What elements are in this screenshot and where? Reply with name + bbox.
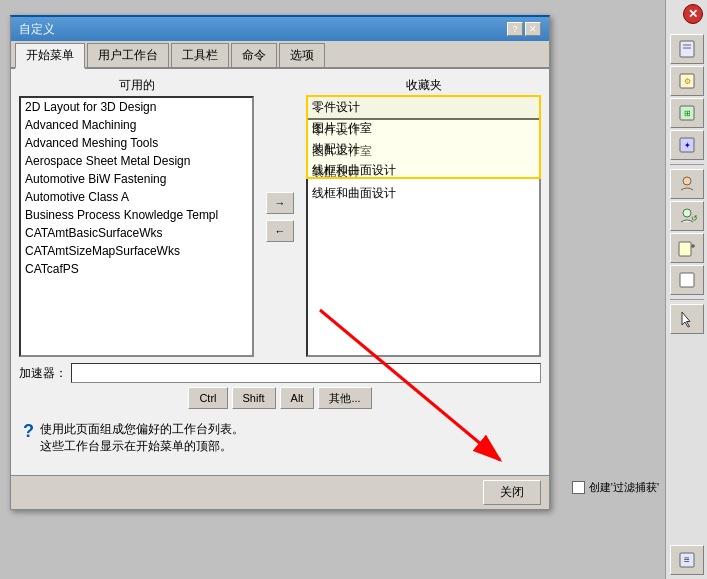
list-item[interactable]: CATAmtBasicSurfaceWks [21,224,252,242]
toolbar-btn-bottom1[interactable]: ≡ [670,545,704,575]
info-icon: ? [23,421,34,442]
info-section: ? 使用此页面组成您偏好的工作台列表。 这些工作台显示在开始菜单的顶部。 [19,417,541,459]
available-list[interactable]: 2D Layout for 3D Design Advanced Machini… [19,96,254,357]
toolbar-btn-1[interactable] [670,34,704,64]
toolbar-btn-4[interactable]: ✦ [670,130,704,160]
ctrl-btn[interactable]: Ctrl [188,387,227,409]
svg-rect-12 [679,242,691,256]
dialog-titlebar: 自定义 ? ✕ [11,17,549,41]
list-item[interactable]: CATcafPS [21,260,252,278]
tab-start-menu[interactable]: 开始菜单 [15,43,85,69]
other-btn[interactable]: 其他... [318,387,371,409]
alt-btn[interactable]: Alt [280,387,315,409]
svg-text:✦: ✦ [683,141,690,150]
tab-options[interactable]: 选项 [279,43,325,67]
svg-point-10 [683,209,691,217]
info-line-2: 这些工作台显示在开始菜单的顶部。 [40,438,244,455]
highlight-item-1[interactable]: 零件设计 [308,97,539,118]
toolbar-btn-6[interactable]: ↺ [670,201,704,231]
svg-text:⊞: ⊞ [683,109,690,118]
dialog-help-btn[interactable]: ? [507,22,523,36]
close-button[interactable]: 关闭 [483,480,541,505]
svg-text:↺: ↺ [691,214,697,223]
transfer-buttons: → ← [262,77,298,357]
toolbar-btn-5[interactable] [670,169,704,199]
favorites-panel-header: 收藏夹 [306,77,541,94]
dialog-title: 自定义 [19,21,55,38]
toolbar-btn-8[interactable] [670,265,704,295]
dialog-close-btn[interactable]: ✕ [525,22,541,36]
svg-rect-0 [680,41,694,57]
svg-text:≡: ≡ [684,554,690,565]
toolbar-btn-3[interactable]: ⊞ [670,98,704,128]
highlight-item-2[interactable]: 图片工作室 [308,118,539,139]
available-panel: 可用的 2D Layout for 3D Design Advanced Mac… [19,77,254,357]
list-item[interactable]: Business Process Knowledge Templ [21,206,252,224]
shift-btn[interactable]: Shift [232,387,276,409]
list-item[interactable]: Automotive Class A [21,188,252,206]
dialog-tabs: 开始菜单 用户工作台 工具栏 命令 选项 [11,41,549,69]
tab-toolbar[interactable]: 工具栏 [171,43,229,67]
title-buttons: ? ✕ [507,22,541,36]
filter-label: 创建'过滤捕获' [589,480,659,495]
toolbar-btn-2[interactable]: ⚙ [670,66,704,96]
svg-rect-15 [680,273,694,287]
accelerator-row: 加速器： [19,363,541,383]
toolbar-divider-2 [670,299,704,300]
favorites-panel: 收藏夹 零件设计 图片工作室 装配设计 线框和曲面设计 零件设计 图片工作室 装… [306,77,541,357]
toolbar-divider-1 [670,164,704,165]
toolbar-btn-cursor[interactable] [670,304,704,334]
info-text: 使用此页面组成您偏好的工作台列表。 这些工作台显示在开始菜单的顶部。 [40,421,244,455]
bottom-row: 关闭 [11,475,549,509]
filter-area: 创建'过滤捕获' [572,480,659,495]
remove-transfer-btn[interactable]: ← [266,220,294,242]
list-item[interactable]: CATAmtSizeMapSurfaceWks [21,242,252,260]
tab-commands[interactable]: 命令 [231,43,277,67]
list-item[interactable]: Advanced Meshing Tools [21,134,252,152]
filter-checkbox[interactable] [572,481,585,494]
highlight-box: 零件设计 图片工作室 装配设计 线框和曲面设计 [306,95,541,179]
add-transfer-btn[interactable]: → [266,192,294,214]
list-item[interactable]: Advanced Machining [21,116,252,134]
list-item[interactable]: 2D Layout for 3D Design [21,98,252,116]
panels-row: 可用的 2D Layout for 3D Design Advanced Mac… [19,77,541,357]
tab-user-workbench[interactable]: 用户工作台 [87,43,169,67]
key-row: Ctrl Shift Alt 其他... [19,387,541,409]
available-panel-header: 可用的 [19,77,254,94]
highlight-item-3[interactable]: 装配设计 [308,139,539,160]
dialog-content: 可用的 2D Layout for 3D Design Advanced Mac… [11,69,549,467]
fav-item-4[interactable]: 线框和曲面设计 [308,183,539,204]
toolbar-btn-7[interactable] [670,233,704,263]
accelerator-input[interactable] [71,363,541,383]
info-line-1: 使用此页面组成您偏好的工作台列表。 [40,421,244,438]
right-toolbar: ✕ ⚙ ⊞ ✦ ↺ ≡ [665,0,707,579]
svg-text:⚙: ⚙ [683,77,690,86]
list-item[interactable]: Automotive BiW Fastening [21,170,252,188]
list-item[interactable]: Aerospace Sheet Metal Design [21,152,252,170]
customize-dialog: 自定义 ? ✕ 开始菜单 用户工作台 工具栏 命令 选项 可用的 [10,15,550,510]
accelerator-label: 加速器： [19,365,67,382]
svg-point-9 [683,177,691,185]
highlight-item-4[interactable]: 线框和曲面设计 [308,160,539,181]
toolbar-close-btn[interactable]: ✕ [683,4,703,24]
